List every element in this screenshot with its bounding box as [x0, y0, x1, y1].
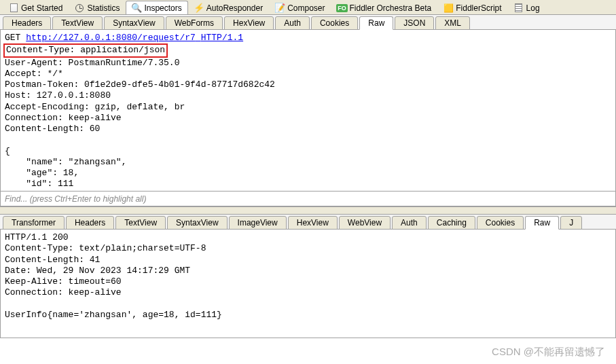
request-body: "age": 18,	[5, 168, 79, 178]
tab-label: Statistics	[87, 3, 120, 13]
tab-label: Log	[526, 3, 540, 13]
req-tab-textview[interactable]: TextView	[52, 16, 103, 30]
response-tab-strip: Transformer Headers TextView SyntaxView …	[0, 215, 616, 230]
tab-fiddlerscript[interactable]: 🟨 FiddlerScript	[437, 1, 507, 14]
tab-label: AutoResponder	[206, 3, 263, 13]
req-tab-hexview[interactable]: HexView	[224, 16, 274, 30]
resp-tab-syntaxview[interactable]: SyntaxView	[167, 216, 227, 230]
req-tab-json[interactable]: JSON	[395, 16, 434, 30]
find-placeholder: Find... (press Ctrl+Enter to highlight a…	[5, 194, 146, 204]
resp-tab-imageview[interactable]: ImageView	[229, 216, 287, 230]
request-header: Postman-Token: 0f1e2de9-dfe5-4b01-9f4d-8…	[5, 79, 275, 90]
req-tab-auth[interactable]: Auth	[275, 16, 310, 30]
log-icon	[514, 3, 524, 13]
resp-tab-raw[interactable]: Raw	[525, 216, 559, 230]
pane-divider[interactable]	[0, 206, 616, 215]
response-header: Content-Type: text/plain;charset=UTF-8	[5, 243, 206, 253]
request-body: "name": "zhangsan",	[5, 157, 126, 167]
tab-orchestra[interactable]: FO Fiddler Orchestra Beta	[331, 1, 438, 14]
req-tab-xml[interactable]: XML	[435, 16, 470, 30]
tab-label: Fiddler Orchestra Beta	[350, 3, 432, 13]
lightning-icon: ⚡	[194, 3, 204, 13]
response-header: Connection: keep-alive	[5, 287, 122, 297]
req-tab-webforms[interactable]: WebForms	[166, 16, 223, 30]
tab-composer[interactable]: 📝 Composer	[269, 1, 331, 14]
req-tab-cookies[interactable]: Cookies	[311, 16, 358, 30]
tab-get-started[interactable]: Get Started	[3, 1, 69, 14]
response-status: HTTP/1.1 200	[5, 232, 69, 242]
tab-label: Composer	[287, 3, 325, 13]
tab-statistics[interactable]: Statistics	[69, 1, 126, 14]
main-tab-strip: Get Started Statistics 🔍 Inspectors ⚡ Au…	[0, 0, 616, 15]
edit-icon: 📝	[275, 3, 285, 13]
request-header: User-Agent: PostmanRuntime/7.35.0	[5, 58, 179, 68]
request-header: Host: 127.0.0.1:8080	[5, 90, 111, 101]
response-header: Content-Length: 41	[5, 255, 100, 265]
magnifier-icon: 🔍	[132, 3, 141, 13]
tab-label: FiddlerScript	[456, 3, 501, 13]
find-input[interactable]: Find... (press Ctrl+Enter to highlight a…	[0, 192, 616, 206]
resp-tab-headers[interactable]: Headers	[66, 216, 114, 230]
resp-tab-cookies[interactable]: Cookies	[477, 216, 524, 230]
req-tab-syntaxview[interactable]: SyntaxView	[104, 16, 164, 30]
tab-inspectors[interactable]: 🔍 Inspectors	[126, 1, 187, 14]
tab-label: Get Started	[21, 3, 62, 13]
request-tab-strip: Headers TextView SyntaxView WebForms Hex…	[0, 15, 616, 30]
resp-tab-textview[interactable]: TextView	[115, 216, 166, 230]
request-header: Content-Length: 60	[5, 124, 100, 134]
req-tab-raw[interactable]: Raw	[359, 16, 393, 30]
request-method: GET	[5, 33, 20, 43]
fo-icon: FO	[338, 3, 347, 13]
tab-autoresponder[interactable]: ⚡ AutoResponder	[188, 1, 269, 14]
page-icon	[9, 3, 18, 13]
tab-log[interactable]: Log	[508, 1, 546, 14]
request-body: {	[5, 146, 10, 156]
clock-icon	[75, 3, 84, 13]
resp-tab-transformer[interactable]: Transformer	[3, 216, 65, 230]
response-raw-view[interactable]: HTTP/1.1 200 Content-Type: text/plain;ch…	[0, 230, 616, 338]
content-type-highlight: Content-Type: application/json	[3, 43, 168, 57]
watermark: CSDN @不能再留遗憾了	[492, 346, 605, 359]
request-header: Accept: */*	[5, 69, 63, 79]
request-header: Accept-Encoding: gzip, deflate, br	[5, 102, 185, 112]
req-tab-headers[interactable]: Headers	[3, 16, 51, 30]
response-header: Keep-Alive: timeout=60	[5, 276, 122, 287]
request-header: Connection: keep-alive	[5, 113, 122, 123]
resp-tab-caching[interactable]: Caching	[428, 216, 475, 230]
resp-tab-auth[interactable]: Auth	[392, 216, 427, 230]
resp-tab-webview[interactable]: WebView	[339, 216, 391, 230]
tab-label: Inspectors	[144, 3, 181, 13]
request-raw-view[interactable]: GET http://127.0.0.1:8080/request/r7 HTT…	[0, 30, 616, 192]
request-body: "id": 111	[5, 179, 73, 189]
script-icon: 🟨	[443, 3, 453, 13]
resp-tab-json[interactable]: J	[560, 216, 582, 230]
request-url-link[interactable]: http://127.0.0.1:8080/request/r7 HTTP/1.…	[26, 33, 243, 43]
resp-tab-hexview[interactable]: HexView	[288, 216, 338, 230]
response-body: UserInfo{name='zhangsan', age=18, id=111…	[5, 310, 222, 320]
response-header: Date: Wed, 29 Nov 2023 14:17:29 GMT	[5, 266, 190, 276]
